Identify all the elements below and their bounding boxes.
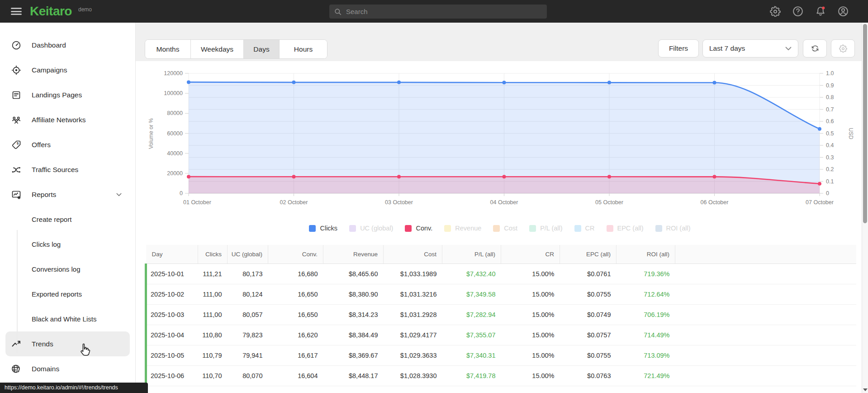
cell-conv-: 16,650 — [268, 304, 323, 325]
account-avatar-icon[interactable] — [838, 6, 849, 17]
legend-item-clicks[interactable]: Clicks — [309, 225, 337, 232]
dashboard-icon — [11, 40, 22, 51]
scrollbar-thumb[interactable] — [863, 24, 867, 223]
sidebar-item-trends[interactable]: Trends — [5, 331, 130, 356]
cell-cost: $1,031.2928 — [384, 304, 442, 325]
cell-clicks: 111,00 — [198, 284, 228, 304]
page-scrollbar[interactable] — [862, 23, 868, 393]
svg-text:0.2: 0.2 — [826, 166, 834, 173]
trends-icon — [11, 339, 22, 350]
cell-revenue: $8,448.17 — [323, 365, 384, 386]
tab-hours[interactable]: Hours — [280, 40, 327, 58]
sidebar-item-offers[interactable]: $Offers — [0, 132, 135, 157]
sidebar-item-label: Domains — [32, 365, 59, 373]
cell-roi-all-: 719.36% — [617, 264, 675, 284]
legend-swatch — [493, 225, 500, 232]
svg-text:0.3: 0.3 — [826, 154, 834, 161]
cell-day: 2025-10-06 — [146, 365, 198, 386]
sidebar-item-label: Black and White Lists — [32, 315, 96, 323]
sidebar-item-domains[interactable]: Domains — [0, 356, 135, 381]
column-header-revenue[interactable]: Revenue — [323, 245, 384, 264]
menu-hamburger-icon[interactable] — [11, 8, 22, 15]
reports-icon — [11, 189, 22, 200]
table-row: 2025-10-05110,7979,94116,617$8,369.67$1,… — [146, 345, 856, 365]
cell-roi-all-: 721.49% — [617, 365, 675, 386]
column-header-cost[interactable]: Cost — [384, 245, 442, 264]
column-header-uc-global-[interactable]: UC (global) — [228, 245, 268, 264]
refresh-button[interactable] — [803, 39, 827, 58]
sidebar-item-black-and-white-lists[interactable]: Black and White Lists — [0, 307, 135, 331]
sidebar-item-conversions-log[interactable]: Conversions log — [0, 257, 135, 282]
legend-swatch — [405, 225, 412, 232]
trends-chart: 00.10.20.30.40.50.60.70.80.91.001 Octobe… — [136, 63, 868, 215]
legend-item-revenue[interactable]: Revenue — [444, 225, 481, 232]
legend-label: ROI (all) — [666, 225, 691, 232]
cell-filler — [675, 386, 856, 393]
svg-text:06 October: 06 October — [701, 199, 729, 206]
cell-revenue: $8,369.67 — [323, 345, 384, 365]
legend-label: Clicks — [320, 225, 337, 232]
column-header-conv-[interactable]: Conv. — [268, 245, 323, 264]
sidebar-item-affiliate-networks[interactable]: Affiliate Networks — [0, 107, 135, 132]
cell-uc-global-: 80,124 — [228, 284, 268, 304]
column-header-day[interactable]: Day — [146, 245, 198, 264]
chart-settings-button[interactable] — [831, 39, 855, 58]
sidebar-item-label: Reports — [32, 191, 56, 199]
column-header-cr[interactable]: CR — [501, 245, 560, 264]
cell-filler — [675, 365, 856, 386]
search-icon — [334, 8, 342, 16]
cell-filler — [675, 264, 856, 284]
cell-clicks: 111,21 — [198, 264, 228, 284]
table-row: 2025-10-01111,2180,17316,680$8,465.60$1,… — [146, 264, 856, 284]
sidebar-item-dashboard[interactable]: Dashboard — [0, 33, 135, 58]
main-content: MonthsWeekdaysDaysHours Filters Last 7 d… — [136, 23, 868, 393]
cell-uc-global-: 80,070 — [228, 365, 268, 386]
cell-day: 2025-10-04 — [146, 325, 198, 345]
cell-conv-: 9,648 — [268, 386, 323, 393]
column-header-clicks[interactable]: Clicks — [198, 245, 228, 264]
date-range-select[interactable]: Last 7 days — [702, 39, 798, 58]
legend-item-uc-global-[interactable]: UC (global) — [349, 225, 393, 232]
sidebar-item-reports[interactable]: Reports — [0, 182, 135, 207]
legend-item-cost[interactable]: Cost — [493, 225, 517, 232]
legend-item-roi-all-[interactable]: ROI (all) — [655, 225, 691, 232]
column-header-epc-all-[interactable]: EPC (all) — [560, 245, 617, 264]
legend-swatch — [444, 225, 451, 232]
tab-days[interactable]: Days — [244, 40, 280, 58]
tab-months[interactable]: Months — [145, 40, 191, 58]
svg-text:100000: 100000 — [164, 90, 183, 96]
campaigns-icon — [11, 65, 22, 76]
sidebar-item-exported-reports[interactable]: Exported reports — [0, 282, 135, 307]
sidebar-item-campaigns[interactable]: Campaigns — [0, 58, 135, 82]
cell-clicks: 110,70 — [198, 365, 228, 386]
svg-text:80000: 80000 — [167, 110, 183, 116]
sidebar-item-clicks-log[interactable]: Clicks log — [0, 232, 135, 257]
global-search[interactable] — [329, 5, 547, 19]
sidebar-item-landings-pages[interactable]: Landings Pages — [0, 82, 135, 107]
cell-revenue: $8,314.23 — [323, 304, 384, 325]
column-header-p-l-all-[interactable]: P/L (all) — [442, 245, 501, 264]
date-range-value: Last 7 days — [709, 44, 745, 53]
settings-gear-icon[interactable] — [770, 6, 781, 17]
cell-conv-: 16,680 — [268, 264, 323, 284]
legend-item-epc-all-[interactable]: EPC (all) — [607, 225, 644, 232]
filters-button[interactable]: Filters — [658, 39, 699, 58]
tab-weekdays[interactable]: Weekdays — [191, 40, 244, 58]
help-icon[interactable] — [792, 6, 803, 17]
cell-p-l-all-: $4,381.22 — [442, 386, 501, 393]
sidebar-item-traffic-sources[interactable]: Traffic Sources — [0, 157, 135, 182]
gear-icon — [839, 44, 847, 53]
cell-filler — [675, 304, 856, 325]
svg-text:1.0: 1.0 — [826, 70, 834, 77]
scrollbar-down-arrow[interactable] — [863, 388, 868, 391]
legend-item-conv-[interactable]: Conv. — [405, 225, 432, 232]
cell-revenue: $8,384.49 — [323, 325, 384, 345]
search-input[interactable] — [346, 8, 542, 15]
sidebar-item-create-report[interactable]: Create report — [0, 207, 135, 232]
legend-item-p-l-all-[interactable]: P/L (all) — [529, 225, 562, 232]
svg-text:Volume or %: Volume or % — [148, 118, 154, 149]
column-header-roi-all-[interactable]: ROI (all) — [617, 245, 675, 264]
notifications-bell-icon[interactable] — [815, 6, 826, 17]
svg-text:07 October: 07 October — [806, 199, 834, 206]
legend-item-cr[interactable]: CR — [574, 225, 595, 232]
